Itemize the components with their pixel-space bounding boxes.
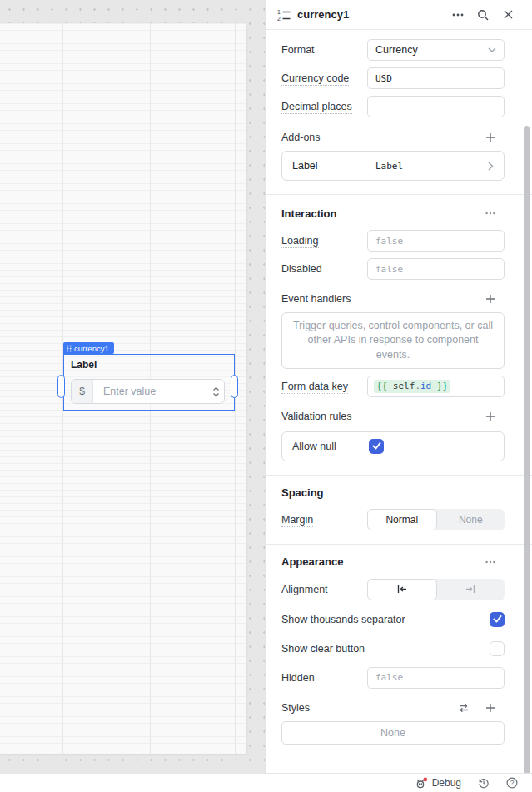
decimal-places-input[interactable] <box>367 96 505 117</box>
section-divider <box>266 194 532 195</box>
margin-segmented-control: Normal None <box>367 509 505 530</box>
svg-text:?: ? <box>510 779 515 787</box>
form-data-key-input[interactable]: {{ self.id }} <box>367 376 505 397</box>
svg-text:2: 2 <box>277 16 281 22</box>
stepper-up-icon <box>212 386 220 391</box>
add-style-button[interactable] <box>483 700 498 715</box>
inspector-title: currency1 <box>297 8 442 21</box>
debug-button-label: Debug <box>432 777 461 789</box>
event-handlers-empty-state[interactable]: Trigger queries, control components, or … <box>281 312 505 369</box>
add-event-handler-button[interactable] <box>483 291 498 306</box>
align-left-icon <box>395 585 409 594</box>
add-validation-rule-button[interactable] <box>483 409 498 424</box>
appearance-section-title: Appearance <box>281 555 343 568</box>
plus-icon <box>485 132 495 142</box>
form-data-key-label: Form data key <box>281 381 367 392</box>
check-icon <box>372 442 381 450</box>
styles-none-box[interactable]: None <box>281 721 505 745</box>
more-menu-icon[interactable] <box>449 6 467 24</box>
format-label: Format <box>281 44 367 56</box>
alignment-option-left[interactable] <box>367 579 437 600</box>
status-bar: Debug ? <box>0 773 532 792</box>
value-stepper[interactable] <box>207 386 224 397</box>
add-ons-label: Add-ons <box>281 132 321 143</box>
help-icon[interactable]: ? <box>506 777 518 789</box>
component-tag[interactable]: currency1 <box>63 342 114 354</box>
inspector-header: 12 currency1 <box>266 0 532 30</box>
show-thousands-separator-checkbox[interactable] <box>490 612 505 627</box>
loading-label: Loading <box>281 235 367 247</box>
hidden-label: Hidden <box>281 672 367 684</box>
chevron-right-icon <box>488 162 494 171</box>
appearance-more-icon[interactable] <box>483 555 498 570</box>
alignment-label: Alignment <box>281 584 367 595</box>
margin-label: Margin <box>281 514 367 526</box>
currency-code-label: Currency code <box>281 72 367 84</box>
template-token: {{ self.id }} <box>374 380 450 393</box>
loading-input[interactable] <box>367 230 505 252</box>
decimal-places-label: Decimal places <box>281 101 367 112</box>
interaction-section-title: Interaction <box>281 207 336 220</box>
section-divider <box>266 544 532 545</box>
chevron-down-icon <box>488 47 496 52</box>
resize-handle-right[interactable] <box>231 375 238 398</box>
currency-code-input[interactable] <box>367 67 505 89</box>
component-tag-label: currency1 <box>74 344 109 353</box>
number-input-component-icon: 12 <box>277 6 291 24</box>
format-select[interactable]: Currency <box>367 39 505 61</box>
styles-label: Styles <box>281 702 310 714</box>
currency-component-label: Label <box>71 359 97 371</box>
check-icon <box>493 615 502 623</box>
inspector-body: Format Currency Currency code Decimal pl… <box>266 30 532 773</box>
align-right-icon <box>464 585 477 594</box>
allow-null-row: Allow null <box>282 432 504 461</box>
close-icon[interactable] <box>499 6 517 24</box>
event-handlers-label: Event handlers <box>281 293 351 305</box>
resize-handle-left[interactable] <box>57 375 65 398</box>
hidden-input[interactable] <box>367 667 505 689</box>
currency-symbol-prefix: $ <box>72 380 93 403</box>
plus-icon <box>485 294 495 304</box>
alignment-segmented-control <box>367 579 505 600</box>
debug-bug-icon <box>415 777 428 790</box>
allow-null-label: Allow null <box>292 441 369 452</box>
addon-value: Label <box>375 161 488 172</box>
svg-text:1: 1 <box>277 9 281 15</box>
plus-icon <box>485 703 495 713</box>
show-clear-button-checkbox[interactable] <box>490 641 505 656</box>
currency-input-widget[interactable]: $ <box>71 379 225 404</box>
validation-rules-label: Validation rules <box>281 411 352 422</box>
app-window: currency1 Label $ 12 currency1 <box>0 0 532 773</box>
history-icon[interactable] <box>478 777 490 789</box>
addon-label-row[interactable]: Label Label <box>282 152 504 180</box>
format-select-value: Currency <box>375 44 418 56</box>
margin-option-normal[interactable]: Normal <box>367 509 437 530</box>
search-icon[interactable] <box>474 6 492 24</box>
inspector-panel: 12 currency1 Format Currency <box>265 0 532 773</box>
addon-name: Label <box>292 160 375 172</box>
stepper-down-icon <box>212 392 220 397</box>
add-addon-button[interactable] <box>483 130 498 145</box>
allow-null-checkbox[interactable] <box>369 439 384 454</box>
disabled-label: Disabled <box>281 263 367 275</box>
disabled-input[interactable] <box>367 258 505 280</box>
drag-handle-icon <box>67 345 72 352</box>
section-divider <box>266 475 532 476</box>
show-thousands-separator-label: Show thousands separator <box>281 614 490 625</box>
alignment-option-right[interactable] <box>437 579 505 600</box>
debug-button[interactable]: Debug <box>415 777 461 790</box>
spacing-section-title: Spacing <box>281 486 324 499</box>
panel-scrollbar[interactable] <box>524 126 530 773</box>
reset-styles-icon[interactable] <box>456 700 471 715</box>
editor-canvas[interactable]: currency1 Label $ <box>0 0 265 773</box>
interaction-more-icon[interactable] <box>483 206 498 221</box>
plus-icon <box>485 411 495 421</box>
currency-value-input[interactable] <box>93 386 207 397</box>
margin-option-none[interactable]: None <box>437 509 505 530</box>
show-clear-button-label: Show clear button <box>281 643 490 655</box>
